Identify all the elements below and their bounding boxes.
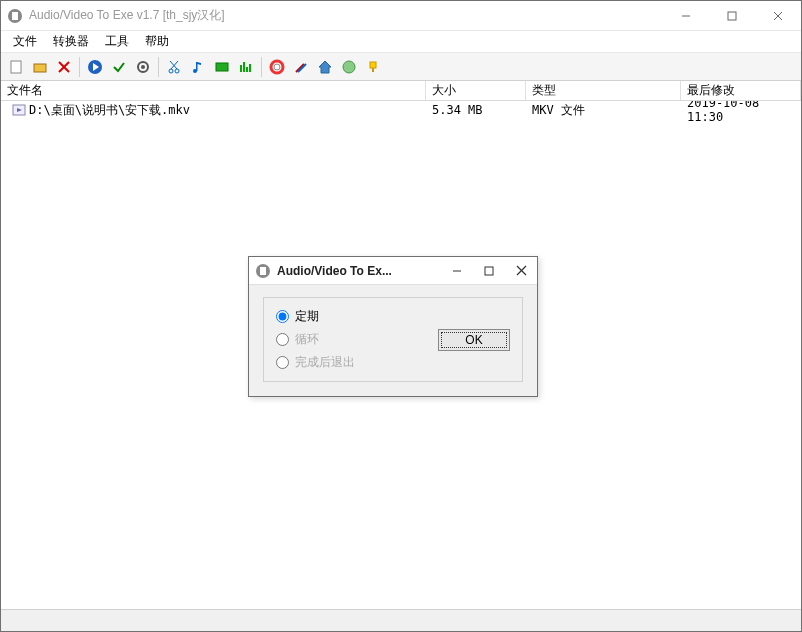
dialog-titlebar: Audio/Video To Ex... (249, 257, 537, 285)
file-modified: 2019-10-08 11:30 (681, 101, 801, 124)
column-size[interactable]: 大小 (426, 81, 526, 100)
column-name[interactable]: 文件名 (1, 81, 426, 100)
list-header: 文件名 大小 类型 最后修改 (1, 81, 801, 101)
svg-rect-31 (370, 62, 376, 68)
delete-icon[interactable] (53, 56, 75, 78)
svg-rect-21 (240, 65, 242, 72)
maximize-button[interactable] (709, 1, 755, 31)
app-icon (255, 263, 271, 279)
file-size: 5.34 MB (426, 103, 526, 117)
svg-rect-6 (11, 61, 21, 73)
ok-button[interactable]: OK (438, 329, 510, 351)
minimize-button[interactable] (663, 1, 709, 31)
table-row[interactable]: D:\桌面\说明书\安下载.mkv 5.34 MB MKV 文件 2019-10… (1, 101, 801, 119)
svg-line-17 (170, 61, 177, 69)
app-icon (7, 8, 23, 24)
separator-icon (261, 57, 262, 77)
column-modified[interactable]: 最后修改 (681, 81, 801, 100)
svg-rect-36 (260, 267, 266, 275)
statusbar (1, 609, 801, 631)
svg-rect-24 (249, 64, 251, 72)
radio-loop-input[interactable] (276, 333, 289, 346)
svg-point-13 (141, 65, 145, 69)
separator-icon (158, 57, 159, 77)
svg-point-30 (343, 61, 355, 73)
svg-rect-22 (243, 62, 245, 72)
dialog-maximize-button[interactable] (473, 258, 505, 284)
check-icon[interactable] (108, 56, 130, 78)
wrench-icon[interactable] (290, 56, 312, 78)
radio-periodic-label: 定期 (295, 308, 319, 325)
svg-rect-20 (216, 63, 228, 71)
menu-converter[interactable]: 转换器 (45, 31, 97, 52)
new-icon[interactable] (5, 56, 27, 78)
titlebar: Audio/Video To Exe v1.7 [th_sjy汉化] (1, 1, 801, 31)
open-icon[interactable] (29, 56, 51, 78)
svg-rect-23 (246, 67, 248, 72)
dialog-close-button[interactable] (505, 258, 537, 284)
radio-periodic-input[interactable] (276, 310, 289, 323)
menu-help[interactable]: 帮助 (137, 31, 177, 52)
window-title: Audio/Video To Exe v1.7 [th_sjy汉化] (29, 7, 663, 24)
toolbar (1, 53, 801, 81)
equalizer-icon[interactable] (235, 56, 257, 78)
window-controls (663, 1, 801, 31)
radio-exit-after-label: 完成后退出 (295, 354, 355, 371)
options-group: 定期 循环 完成后退出 OK (263, 297, 523, 382)
options-dialog: Audio/Video To Ex... 定期 循环 完成后退出 (248, 256, 538, 397)
play-icon[interactable] (84, 56, 106, 78)
column-type[interactable]: 类型 (526, 81, 681, 100)
radio-loop-label: 循环 (295, 331, 319, 348)
radio-loop[interactable]: 循环 (276, 331, 430, 348)
gear-icon[interactable] (132, 56, 154, 78)
dialog-body: 定期 循环 完成后退出 OK (249, 285, 537, 396)
menu-tools[interactable]: 工具 (97, 31, 137, 52)
svg-rect-32 (372, 68, 374, 72)
separator-icon (79, 57, 80, 77)
radio-periodic[interactable]: 定期 (276, 308, 430, 325)
lifebuoy-icon[interactable] (266, 56, 288, 78)
file-name: D:\桌面\说明书\安下载.mkv (29, 102, 190, 119)
menubar: 文件 转换器 工具 帮助 (1, 31, 801, 53)
svg-rect-38 (485, 267, 493, 275)
svg-point-15 (175, 69, 179, 73)
menu-file[interactable]: 文件 (5, 31, 45, 52)
svg-rect-7 (34, 64, 46, 72)
home-icon[interactable] (314, 56, 336, 78)
svg-marker-29 (319, 61, 331, 73)
dialog-minimize-button[interactable] (441, 258, 473, 284)
close-button[interactable] (755, 1, 801, 31)
cut-icon[interactable] (163, 56, 185, 78)
svg-rect-3 (728, 12, 736, 20)
svg-point-14 (169, 69, 173, 73)
dialog-title: Audio/Video To Ex... (277, 264, 441, 278)
radio-exit-after[interactable]: 完成后退出 (276, 354, 430, 371)
globe-icon[interactable] (338, 56, 360, 78)
svg-line-16 (171, 61, 178, 69)
file-type: MKV 文件 (526, 102, 681, 119)
radio-exit-after-input[interactable] (276, 356, 289, 369)
ok-button-label: OK (441, 332, 507, 348)
trophy-icon[interactable] (362, 56, 384, 78)
svg-point-26 (274, 64, 280, 70)
video-icon[interactable] (211, 56, 233, 78)
svg-rect-1 (12, 12, 18, 20)
radio-group: 定期 循环 完成后退出 (276, 308, 430, 371)
file-icon (12, 103, 26, 117)
music-icon[interactable] (187, 56, 209, 78)
